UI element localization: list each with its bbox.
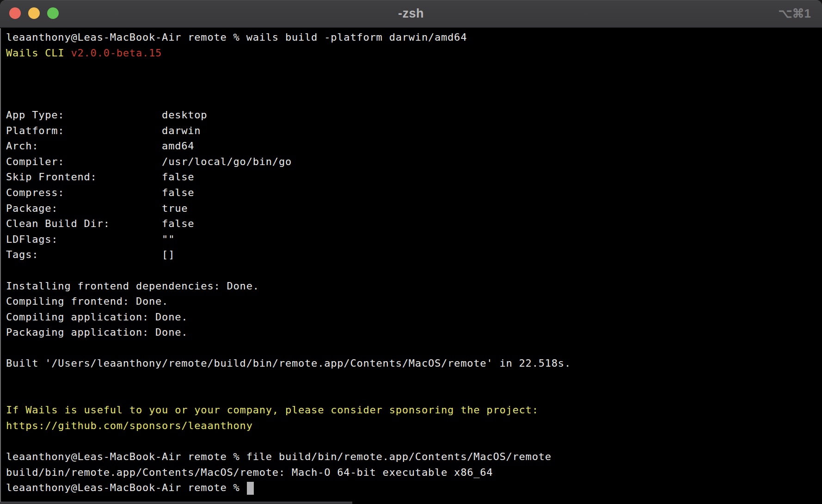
terminal-line: Clean Build Dir: false — [6, 216, 822, 232]
terminal-line: If Wails is useful to you or your compan… — [6, 402, 822, 418]
terminal-cursor — [247, 482, 254, 495]
terminal-line: leaanthony@Leas-MacBook-Air remote % fil… — [6, 449, 822, 465]
terminal-line: build/bin/remote.app/Contents/MacOS/remo… — [6, 465, 822, 480]
zoom-button[interactable] — [47, 7, 59, 19]
terminal-line — [6, 263, 822, 278]
window-title: -zsh — [0, 6, 822, 21]
terminal-line: https://github.com/sponsors/leaanthony — [6, 418, 822, 434]
terminal-line: Package: true — [6, 201, 822, 216]
close-button[interactable] — [9, 7, 21, 19]
terminal-line: Compiling frontend: Done. — [6, 294, 822, 309]
terminal-line: Compiling application: Done. — [6, 309, 822, 325]
window-shortcut-badge: ⌥⌘1 — [779, 6, 811, 20]
terminal-line — [6, 61, 822, 76]
terminal-screen[interactable]: leaanthony@Leas-MacBook-Air remote % wai… — [0, 28, 822, 504]
terminal-line: leaanthony@Leas-MacBook-Air remote % — [6, 480, 822, 496]
terminal-line: Skip Frontend: false — [6, 169, 822, 185]
terminal-line — [6, 340, 822, 356]
terminal-line — [6, 371, 822, 387]
minimize-button[interactable] — [28, 7, 40, 19]
terminal-line: Built '/Users/leaanthony/remote/build/bi… — [6, 356, 822, 371]
terminal-window: -zsh ⌥⌘1 leaanthony@Leas-MacBook-Air rem… — [0, 0, 822, 504]
terminal-line: Tags: [] — [6, 247, 822, 263]
terminal-line: Compiler: /usr/local/go/bin/go — [6, 154, 822, 170]
terminal-line: Packaging application: Done. — [6, 325, 822, 340]
terminal-line — [6, 76, 822, 92]
terminal-line: LDFlags: "" — [6, 232, 822, 247]
terminal-line: Installing frontend dependencies: Done. — [6, 278, 822, 294]
terminal-line — [6, 387, 822, 403]
terminal-line: leaanthony@Leas-MacBook-Air remote % wai… — [6, 30, 822, 45]
traffic-light-buttons — [9, 7, 59, 19]
terminal-line: Compress: false — [6, 185, 822, 201]
terminal-line: App Type: desktop — [6, 107, 822, 123]
background-window-bottom-edge — [0, 502, 352, 504]
window-titlebar[interactable]: -zsh ⌥⌘1 — [0, 0, 822, 28]
terminal-line — [6, 433, 822, 449]
terminal-line — [6, 92, 822, 107]
background-window-left-edge — [0, 28, 1, 504]
terminal-output: leaanthony@Leas-MacBook-Air remote % wai… — [6, 30, 822, 496]
terminal-line: Platform: darwin — [6, 123, 822, 139]
terminal-line: Arch: amd64 — [6, 138, 822, 154]
terminal-line: Wails CLI v2.0.0-beta.15 — [6, 45, 822, 61]
